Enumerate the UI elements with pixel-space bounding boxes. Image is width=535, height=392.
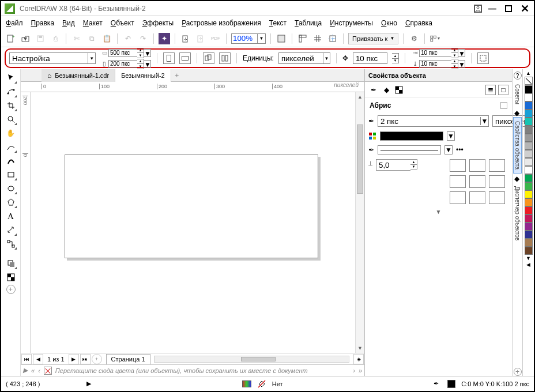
color-swatch[interactable] [525, 118, 533, 126]
page-tab-1[interactable]: Страница 1 [106, 354, 150, 364]
horizontal-scrollbar[interactable] [154, 356, 349, 363]
nudge-field[interactable] [353, 52, 387, 64]
polygon-tool-icon[interactable] [5, 196, 17, 209]
outline-color-swatch[interactable] [380, 131, 443, 141]
color-swatch[interactable] [525, 166, 533, 174]
show-guides-icon[interactable] [327, 33, 338, 44]
page-width-spinner[interactable]: ▲▼ [137, 48, 144, 58]
parallel-dim-tool-icon[interactable] [5, 224, 17, 236]
color-swatch[interactable] [525, 101, 533, 110]
scroll-mode-icon[interactable]: ≣ [485, 85, 496, 95]
color-swatch[interactable] [525, 126, 533, 134]
dup-x-field[interactable]: 10 пкс [419, 49, 451, 57]
maximize-button[interactable] [503, 3, 514, 14]
show-rulers-icon[interactable] [297, 33, 308, 44]
color-swatch[interactable] [525, 174, 533, 182]
page-width-field[interactable]: 500 пкс [108, 49, 137, 57]
help-icon[interactable]: ? [514, 71, 522, 80]
color-swatch[interactable] [525, 198, 533, 206]
dup-y-field[interactable]: 10 пкс [419, 60, 451, 68]
outline-settings-icon[interactable]: ••• [456, 146, 464, 154]
menu-effects[interactable]: Эффекты [142, 19, 174, 27]
outline-width-input[interactable] [378, 116, 480, 126]
freehand-tool-icon[interactable] [5, 141, 17, 153]
color-swatch[interactable] [525, 190, 533, 198]
menu-text[interactable]: Текст [269, 19, 287, 27]
new-doc-icon[interactable]: + [5, 33, 16, 44]
doc-tab-1[interactable]: ⌂Безымянный-1.cdr [42, 69, 115, 82]
corner-bevel-button[interactable] [489, 159, 505, 172]
copy-icon[interactable]: ⧉ [86, 33, 97, 44]
menu-help[interactable]: Справка [405, 19, 432, 27]
cap-square-button[interactable] [489, 175, 505, 188]
palette-up-icon[interactable]: ▲ [526, 70, 531, 76]
no-fill-swatch[interactable] [525, 77, 533, 85]
color-swatch[interactable] [525, 93, 533, 101]
outline-indicator-icon[interactable]: ✒ [434, 380, 442, 388]
next-page-button[interactable]: ▶ [69, 354, 79, 364]
corner-miter-button[interactable] [450, 159, 466, 172]
menu-view[interactable]: Вид [62, 19, 75, 27]
landscape-button[interactable] [179, 52, 191, 64]
all-pages-button[interactable] [203, 52, 214, 64]
vertical-scrollbar[interactable]: ▲ ▼ [355, 92, 364, 353]
cap-round-button[interactable] [469, 175, 485, 188]
menu-table[interactable]: Таблица [295, 19, 322, 27]
artistic-media-tool-icon[interactable] [5, 154, 17, 167]
corner-round-button[interactable] [469, 159, 485, 172]
pos-center-button[interactable] [469, 191, 485, 204]
color-proof-icon[interactable] [242, 380, 251, 387]
outline-color-dropdown[interactable]: ▼ [447, 131, 455, 141]
color-swatch[interactable] [525, 223, 533, 231]
color-swatch[interactable] [525, 239, 533, 247]
show-grid-icon[interactable] [312, 33, 323, 44]
status-flyout-icon[interactable]: ▶ [86, 380, 91, 387]
treat-as-filled-button[interactable] [477, 52, 489, 64]
page-height-spinner[interactable]: ▲▼ [137, 59, 144, 69]
pos-outside-button[interactable] [450, 191, 466, 204]
nudge-spinner[interactable]: ▲▼ [392, 53, 399, 63]
minimize-button[interactable]: — [487, 3, 498, 14]
units-combo[interactable]: ▼ [278, 52, 330, 64]
palette-flyout-icon[interactable]: ◀ [526, 262, 530, 267]
undo-icon[interactable]: ↶ [122, 33, 134, 44]
ellipse-tool-icon[interactable] [5, 182, 17, 195]
menu-edit[interactable]: Правка [31, 19, 55, 27]
color-swatch[interactable] [525, 182, 533, 190]
tab-mode-icon[interactable]: □ [498, 85, 508, 95]
color-swatch[interactable] [525, 142, 533, 150]
import-icon[interactable] [180, 33, 191, 44]
outline-style-combo[interactable] [378, 145, 441, 154]
pan-tool-icon[interactable]: ✋ [5, 127, 17, 140]
outline-tab-icon[interactable]: ✒ [368, 85, 379, 95]
search-content-icon[interactable]: ✦ [159, 33, 170, 44]
paste-icon[interactable]: 📋 [101, 33, 112, 44]
publish-pdf-icon[interactable]: PDF [210, 33, 221, 44]
crop-tool-icon[interactable] [5, 99, 17, 112]
menu-file[interactable]: Файл [6, 19, 23, 27]
redo-icon[interactable]: ↷ [137, 33, 149, 44]
no-color-swatch[interactable] [44, 367, 52, 375]
rectangle-tool-icon[interactable] [5, 168, 17, 181]
color-swatch[interactable] [525, 110, 533, 118]
quick-customize-icon[interactable]: + [6, 285, 16, 294]
prev-page-button[interactable]: ◀ [33, 354, 43, 364]
color-swatch[interactable] [525, 247, 533, 255]
options-icon[interactable]: ⚙ [408, 33, 420, 44]
drop-shadow-tool-icon[interactable] [5, 257, 17, 270]
hints-tab[interactable]: Советы [514, 81, 521, 108]
page-height-field[interactable]: 200 пкс [108, 60, 137, 68]
shape-tool-icon[interactable] [5, 85, 17, 98]
snap-to-button[interactable]: Привязать к▼ [348, 33, 398, 44]
user-account-icon[interactable] [474, 5, 482, 13]
zoom-combo[interactable]: ▼ [231, 33, 266, 44]
menu-tools[interactable]: Инструменты [330, 19, 373, 27]
last-page-button[interactable]: ⏭ [80, 354, 91, 364]
first-page-button[interactable]: ⏮ [21, 354, 32, 364]
zoom-input[interactable] [231, 33, 258, 44]
current-page-button[interactable] [219, 52, 231, 64]
color-swatch[interactable] [525, 158, 533, 166]
text-tool-icon[interactable]: A [5, 210, 17, 223]
miter-limit-field[interactable] [376, 159, 410, 171]
fullscreen-preview-icon[interactable] [276, 33, 287, 44]
